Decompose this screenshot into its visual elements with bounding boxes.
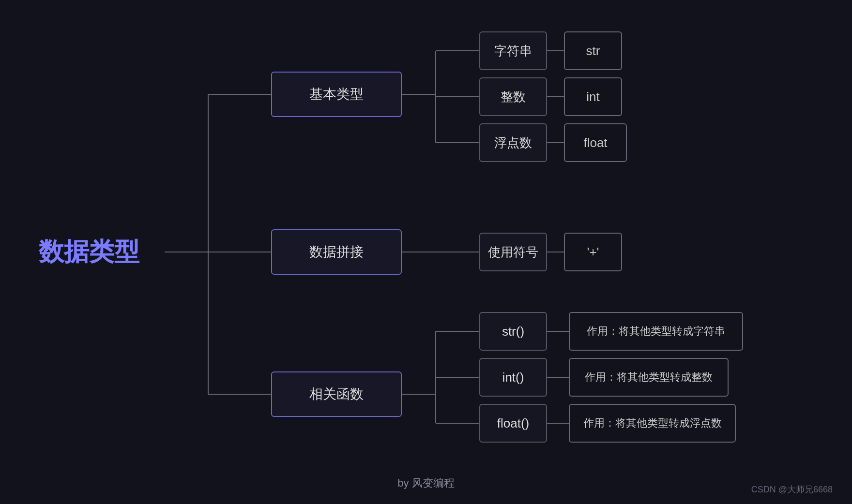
footer-right: CSDN @大师兄6668 [751,484,833,495]
str-func-box: str() [479,312,547,351]
concat-child-box: 使用符号 [479,233,547,271]
concat-value-box: '+' [564,233,622,271]
funcs-box: 相关函数 [271,371,402,417]
float-child-box: 浮点数 [479,123,547,162]
data-concat-box: 数据拼接 [271,229,402,275]
int-func-box: int() [479,358,547,397]
root-label: 数据类型 [39,235,139,269]
float-func-desc-box: 作用：将其他类型转成浮点数 [569,404,736,443]
str-value-box: str [564,31,622,70]
int-func-desc-box: 作用：将其他类型转成整数 [569,358,729,397]
canvas: 数据类型 [0,0,852,504]
float-value-box: float [564,123,627,162]
int-value-box: int [564,77,622,116]
str-child-box: 字符串 [479,31,547,70]
footer-center: by 风变编程 [397,476,454,490]
str-func-desc-box: 作用：将其他类型转成字符串 [569,312,743,351]
float-func-box: float() [479,404,547,443]
basic-type-box: 基本类型 [271,72,402,117]
int-child-box: 整数 [479,77,547,116]
